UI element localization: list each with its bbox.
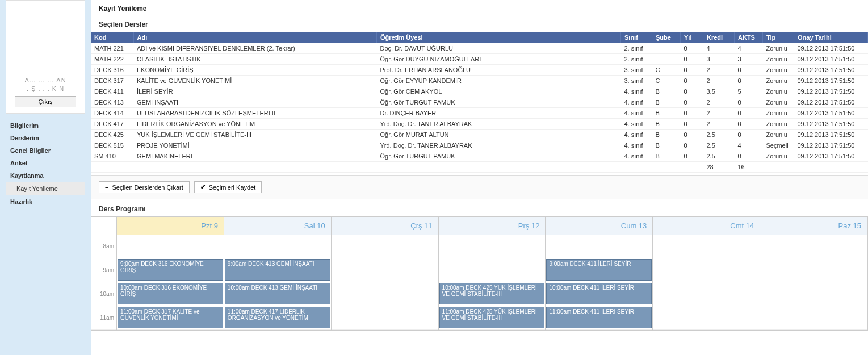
cell-onay: 09.12.2013 17:51:50 bbox=[794, 151, 868, 162]
nav-item[interactable]: Kayıtlanma bbox=[6, 169, 85, 182]
nav-item[interactable]: Genel Bilgiler bbox=[6, 144, 85, 157]
cell-onay: 09.12.2013 17:51:50 bbox=[794, 43, 868, 54]
cell-adi: LİDERLİK ORGANİZASYON ve YÖNETİM bbox=[133, 119, 377, 130]
col-header[interactable]: Adı bbox=[133, 32, 377, 43]
cell-yil: 0 bbox=[681, 76, 703, 86]
cell-onay: 09.12.2013 17:51:50 bbox=[794, 86, 868, 97]
cell-onay: 09.12.2013 17:51:50 bbox=[794, 54, 868, 65]
cell-adi: OLASILIK- İSTATİSTİK bbox=[133, 54, 377, 65]
save-selection-button[interactable]: ✔ Seçimleri Kaydet bbox=[194, 181, 262, 193]
table-row[interactable]: MATH 222OLASILIK- İSTATİSTİKÖğr. Gör DUY… bbox=[91, 54, 868, 65]
col-header[interactable]: Sınıf bbox=[621, 32, 652, 43]
col-header[interactable]: Kod bbox=[91, 32, 133, 43]
cell-adi: GEMİ İNŞAATI bbox=[133, 97, 377, 108]
table-row[interactable]: MATH 221ADİ ve KISMİ DİFERANSİYEL DENKLE… bbox=[91, 43, 868, 54]
table-row[interactable]: DECK 411İLERİ SEYİRÖğr. Gör CEM AKYOL4. … bbox=[91, 86, 868, 97]
cell-sinif: 4. sınıf bbox=[621, 97, 652, 108]
col-header[interactable]: Onay Tarihi bbox=[794, 32, 868, 43]
cell-onay: 09.12.2013 17:51:50 bbox=[794, 76, 868, 86]
cell-kod: DECK 414 bbox=[91, 108, 133, 119]
calendar-event[interactable]: 11:00am DECK 317 KALİTE ve GÜVENLİK YÖNE… bbox=[118, 307, 223, 328]
time-label: 10am bbox=[91, 282, 116, 306]
table-row[interactable]: DECK 316EKONOMİYE GİRİŞProf. Dr. ERHAN A… bbox=[91, 65, 868, 76]
table-row[interactable]: DECK 417LİDERLİK ORGANİZASYON ve YÖNETİM… bbox=[91, 119, 868, 130]
calendar-event[interactable]: 11:00am DECK 417 LİDERLİK ORGANİZASYON v… bbox=[225, 307, 330, 328]
calendar-event[interactable]: 10:00am DECK 411 İLERİ SEYİR bbox=[546, 283, 652, 304]
nav-item[interactable]: Hazırlık bbox=[6, 195, 85, 208]
table-row[interactable]: DECK 317KALİTE ve GÜVENLİK YÖNETİMİÖğr. … bbox=[91, 76, 868, 86]
cell-sinif: 4. sınıf bbox=[621, 151, 652, 162]
cell-yil: 0 bbox=[681, 151, 703, 162]
cell-kod: DECK 425 bbox=[91, 130, 133, 140]
calendar-event[interactable]: 9:00am DECK 316 EKONOMİYE GİRİŞ bbox=[118, 259, 223, 281]
cell-sube: B bbox=[652, 86, 681, 97]
cell-onay: 09.12.2013 17:51:50 bbox=[794, 119, 868, 130]
calendar-event[interactable]: 11:00am DECK 425 YÜK İŞLEMLERİ VE GEMİ S… bbox=[439, 307, 545, 328]
col-header[interactable]: Öğretim Üyesi bbox=[377, 32, 621, 43]
cell-kod: DECK 413 bbox=[91, 97, 133, 108]
cell-kod: DECK 515 bbox=[91, 140, 133, 151]
table-row[interactable]: SM 410GEMİ MAKİNELERİÖğr. Gör TURGUT PAM… bbox=[91, 151, 868, 162]
table-row[interactable]: DECK 414ULUSLARARASI DENİZCİLİK SÖZLEŞME… bbox=[91, 108, 868, 119]
cell-tip: Zorunlu bbox=[763, 86, 794, 97]
calendar-day-header[interactable]: Prş 12 bbox=[439, 217, 546, 235]
time-label: 9am bbox=[91, 258, 116, 282]
cell-kredi: 2 bbox=[703, 76, 735, 86]
remove-selected-button[interactable]: − Seçilen Derslerden Çıkart bbox=[99, 181, 190, 193]
cell-kod: MATH 221 bbox=[91, 43, 133, 54]
calendar-event[interactable]: 9:00am DECK 411 İLERİ SEYİR bbox=[546, 259, 652, 281]
calendar-day-header[interactable]: Sal 10 bbox=[224, 217, 332, 235]
col-header[interactable]: AKTS bbox=[735, 32, 763, 43]
cell-kod: DECK 411 bbox=[91, 86, 133, 97]
cell-akts: 0 bbox=[735, 108, 763, 119]
cell-adi: ADİ ve KISMİ DİFERANSİYEL DENKLEMLER (2.… bbox=[133, 43, 377, 54]
user-name: A… … … AN . Ş . . . K N bbox=[24, 76, 66, 93]
calendar-event[interactable]: 9:00am DECK 413 GEMİ İNŞAATI bbox=[225, 259, 330, 281]
cell-akts: 0 bbox=[735, 130, 763, 140]
calendar-event[interactable]: 10:00am DECK 316 EKONOMİYE GİRİŞ bbox=[118, 283, 223, 304]
cell-onay: 09.12.2013 17:51:50 bbox=[794, 108, 868, 119]
nav-item[interactable]: Derslerim bbox=[6, 132, 85, 144]
logout-button[interactable]: Çıkış bbox=[15, 96, 76, 107]
calendar-column bbox=[760, 235, 867, 330]
calendar-day-header[interactable]: Pzt 9 bbox=[117, 217, 224, 235]
calendar-column: 9:00am DECK 413 GEMİ İNŞAATI10:00am DECK… bbox=[224, 235, 332, 330]
col-header[interactable]: Yıl bbox=[681, 32, 703, 43]
nav-item[interactable]: Bilgilerim bbox=[6, 119, 85, 132]
table-row[interactable]: DECK 425YÜK İŞLEMLERİ VE GEMİ STABİLİTE-… bbox=[91, 130, 868, 140]
selected-courses-title: Seçilen Dersler bbox=[91, 17, 868, 32]
calendar-day-header[interactable]: Cum 13 bbox=[546, 217, 653, 235]
cell-yil: 0 bbox=[681, 140, 703, 151]
calendar-event[interactable]: 10:00am DECK 413 GEMİ İNŞAATI bbox=[225, 283, 330, 304]
cell-sube: B bbox=[652, 97, 681, 108]
cell-kredi: 2 bbox=[703, 65, 735, 76]
cell-tip: Zorunlu bbox=[763, 76, 794, 86]
cell-sube: B bbox=[652, 151, 681, 162]
calendar-event[interactable]: 10:00am DECK 425 YÜK İŞLEMLERİ VE GEMİ S… bbox=[439, 283, 545, 304]
table-row[interactable]: DECK 515PROJE YÖNETİMİYrd. Doç. Dr. TANE… bbox=[91, 140, 868, 151]
cell-sube: C bbox=[652, 76, 681, 86]
courses-table: KodAdıÖğretim ÜyesiSınıfŞubeYılKrediAKTS… bbox=[91, 32, 868, 173]
cell-ogr: Öğr. Gör MURAT ALTUN bbox=[377, 130, 621, 140]
nav-subitem-kayit-yenileme[interactable]: Kayıt Yenileme bbox=[6, 182, 85, 195]
col-header[interactable]: Kredi bbox=[703, 32, 735, 43]
calendar-day-header[interactable]: Cmt 14 bbox=[653, 217, 760, 235]
cell-sinif: 4. sınıf bbox=[621, 86, 652, 97]
cell-ogr: Doç. Dr. DAVUT UĞURLU bbox=[377, 43, 621, 54]
cell-sinif: 4. sınıf bbox=[621, 108, 652, 119]
calendar-day-header[interactable]: Çrş 11 bbox=[332, 217, 439, 235]
cell-akts: 0 bbox=[735, 119, 763, 130]
col-header[interactable]: Tip bbox=[763, 32, 794, 43]
calendar-event[interactable]: 11:00am DECK 411 İLERİ SEYİR bbox=[546, 307, 652, 328]
cell-ogr: Yrd. Doç. Dr. TANER ALBAYRAK bbox=[377, 119, 621, 130]
table-row[interactable]: DECK 413GEMİ İNŞAATIÖğr. Gör TURGUT PAMU… bbox=[91, 97, 868, 108]
cell-yil: 0 bbox=[681, 65, 703, 76]
calendar-day-header[interactable]: Paz 15 bbox=[760, 217, 867, 235]
nav-item[interactable]: Anket bbox=[6, 157, 85, 169]
cell-sube: B bbox=[652, 130, 681, 140]
minus-icon: − bbox=[105, 184, 108, 191]
cell-akts: 0 bbox=[735, 76, 763, 86]
cell-adi: İLERİ SEYİR bbox=[133, 86, 377, 97]
cell-adi: KALİTE ve GÜVENLİK YÖNETİMİ bbox=[133, 76, 377, 86]
col-header[interactable]: Şube bbox=[652, 32, 681, 43]
